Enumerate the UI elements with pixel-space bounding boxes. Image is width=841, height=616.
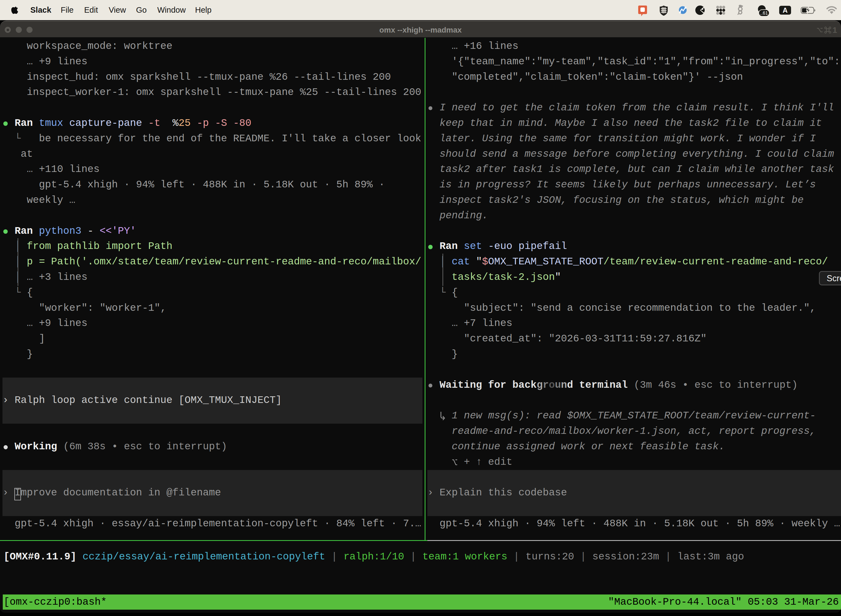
svg-text:A: A bbox=[782, 6, 787, 14]
svg-text:..61: ..61 bbox=[760, 10, 768, 16]
